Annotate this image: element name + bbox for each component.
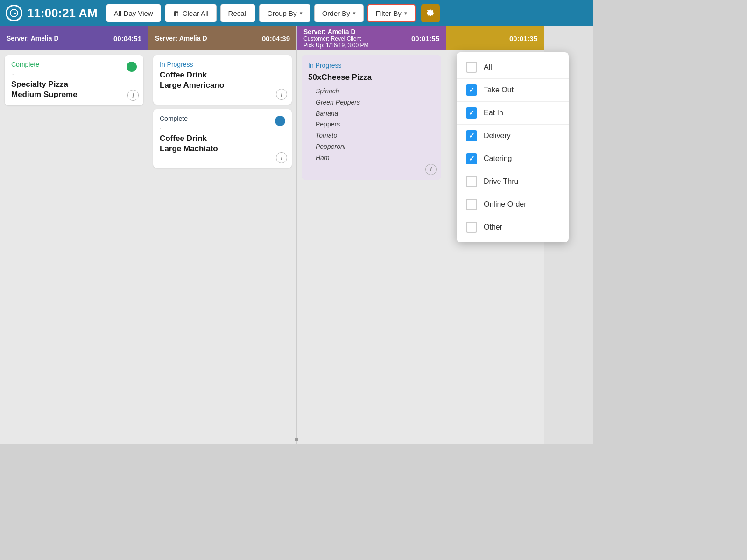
ingredient-green-peppers: Green Peppers	[308, 97, 435, 108]
col1-body: Complete .. Specialty PizzaMedium Suprem…	[0, 50, 148, 444]
ingredient-ham: Ham	[308, 153, 435, 173]
recall-button[interactable]: Recall	[220, 4, 256, 22]
status-complete: Complete	[11, 61, 137, 68]
column-3: Server: Amelia D Customer: Revel Client …	[297, 26, 446, 444]
gear-icon	[426, 8, 435, 18]
settings-button[interactable]	[421, 4, 440, 22]
filter-dropdown: All Take Out Eat In Delivery Catering Dr…	[457, 52, 569, 242]
filter-label-drivethru: Drive Thru	[484, 177, 518, 186]
col2-timer: 00:04:39	[262, 35, 290, 42]
checkbox-eatin[interactable]	[466, 107, 477, 119]
item-name-pizza-supreme: Specialty PizzaMedium Supreme	[11, 79, 137, 100]
ingredient-spinach: Spinach	[308, 86, 435, 97]
checkbox-catering[interactable]	[466, 153, 477, 164]
col3-timer: 00:01:55	[411, 35, 439, 42]
filter-item-catering[interactable]: Catering	[457, 147, 569, 170]
column-2: Server: Amelia D 00:04:39 In Progress Co…	[148, 26, 297, 444]
filter-item-takeout[interactable]: Take Out	[457, 79, 569, 102]
col2-body: In Progress Coffee DrinkLarge Americano …	[148, 50, 296, 444]
clock-area: 11:00:21 AM	[6, 5, 98, 21]
col2-server: Server: Amelia D	[155, 35, 207, 42]
checkbox-onlineorder[interactable]	[466, 199, 477, 210]
status-complete-col2: Complete	[160, 115, 285, 122]
status-dot-green	[127, 62, 137, 72]
bottom-indicator	[295, 438, 298, 441]
filter-item-drivethru[interactable]: Drive Thru	[457, 170, 569, 193]
order-card-col3-1[interactable]: In Progress 50xCheese Pizza Spinach Gree…	[302, 55, 441, 180]
item-name-cheese-pizza: 50xCheese Pizza	[308, 73, 435, 82]
column-1: Server: Amelia D 00:04:51 Complete .. Sp…	[0, 26, 148, 444]
filter-label-eatin: Eat In	[484, 109, 503, 117]
ingredient-banana: Banana	[308, 108, 435, 119]
filter-item-other[interactable]: Other	[457, 216, 569, 238]
ingredient-tomato: Tomato	[308, 130, 435, 141]
filter-item-onlineorder[interactable]: Online Order	[457, 193, 569, 216]
order-dots-2: ..	[160, 124, 285, 131]
filter-item-delivery[interactable]: Delivery	[457, 125, 569, 147]
order-card-col1-1[interactable]: Complete .. Specialty PizzaMedium Suprem…	[5, 55, 143, 105]
checkbox-takeout[interactable]	[466, 84, 477, 96]
group-by-button[interactable]: Group By ▾	[259, 4, 310, 22]
filter-label-catering: Catering	[484, 154, 512, 163]
col3-header: Server: Amelia D Customer: Revel Client …	[297, 26, 446, 50]
col1-timer: 00:04:51	[113, 35, 141, 42]
order-by-arrow-icon: ▾	[353, 10, 356, 16]
trash-icon: 🗑	[173, 9, 180, 17]
clock-display: 11:00:21 AM	[27, 6, 98, 21]
col1-header: Server: Amelia D 00:04:51	[0, 26, 148, 50]
order-card-col2-1[interactable]: In Progress Coffee DrinkLarge Americano …	[153, 55, 292, 105]
filter-item-eatin[interactable]: Eat In	[457, 102, 569, 125]
clock-icon	[6, 5, 22, 21]
filter-item-all[interactable]: All	[457, 56, 569, 79]
filter-by-arrow-icon: ▾	[404, 10, 407, 16]
item-name-machiato: Coffee DrinkLarge Machiato	[160, 133, 285, 154]
ingredient-peppers: Peppers	[308, 119, 435, 130]
ingredient-pepperoni: Pepperoni	[308, 141, 435, 153]
col3-customer: Customer: Revel Client	[303, 35, 368, 42]
info-button-col2-2[interactable]: i	[276, 152, 287, 163]
info-button-col3-1[interactable]: i	[425, 164, 437, 175]
col3-body: In Progress 50xCheese Pizza Spinach Gree…	[297, 50, 446, 444]
col3-pickup: Pick Up: 1/16/19, 3:00 PM	[303, 42, 368, 49]
filter-by-button[interactable]: Filter By ▾	[367, 4, 416, 22]
filter-label-takeout: Take Out	[484, 86, 514, 94]
filter-label-delivery: Delivery	[484, 132, 511, 140]
status-in-progress-col2: In Progress	[160, 61, 285, 68]
col2-header: Server: Amelia D 00:04:39	[148, 26, 296, 50]
info-button-col1-1[interactable]: i	[127, 90, 139, 101]
order-by-button[interactable]: Order By ▾	[314, 4, 364, 22]
item-name-americano: Coffee DrinkLarge Americano	[160, 70, 285, 91]
filter-label-other: Other	[484, 223, 502, 231]
col4-header: 00:01:35	[446, 26, 544, 50]
order-dots: ..	[11, 70, 137, 77]
filter-label-all: All	[484, 63, 492, 71]
order-card-col2-2[interactable]: Complete .. Coffee DrinkLarge Machiato i	[153, 109, 292, 168]
info-button-col2-1[interactable]: i	[276, 89, 287, 100]
checkbox-other[interactable]	[466, 222, 477, 233]
group-by-arrow-icon: ▾	[300, 10, 303, 16]
checkbox-all[interactable]	[466, 62, 477, 73]
clear-all-button[interactable]: 🗑 Clear All	[165, 4, 217, 22]
main-content: Server: Amelia D 00:04:51 Complete .. Sp…	[0, 26, 593, 444]
col1-server: Server: Amelia D	[7, 35, 59, 42]
all-day-view-button[interactable]: All Day View	[106, 4, 161, 22]
checkbox-drivethru[interactable]	[466, 176, 477, 187]
col3-server: Server: Amelia D	[303, 28, 368, 35]
status-in-progress-col3: In Progress	[308, 62, 435, 69]
checkbox-delivery[interactable]	[466, 130, 477, 141]
filter-label-onlineorder: Online Order	[484, 200, 527, 209]
col4-timer: 00:01:35	[509, 35, 537, 42]
header: 11:00:21 AM All Day View 🗑 Clear All Rec…	[0, 0, 593, 26]
